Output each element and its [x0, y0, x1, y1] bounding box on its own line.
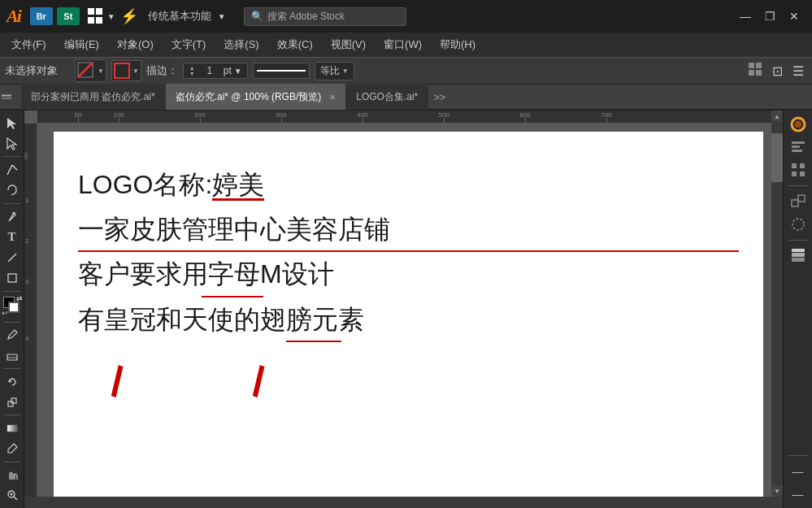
ruler-tick-line-700: [606, 118, 607, 123]
menu-select[interactable]: 选择(S): [215, 35, 267, 54]
stroke-color-selector[interactable]: ▼: [75, 59, 106, 82]
ruler-mark-400: 4: [25, 335, 28, 342]
text-content-3: 客户要求用字母M设计: [78, 259, 334, 289]
panel-separator-2: [788, 240, 808, 241]
fill-stroke-indicator[interactable]: ⇄ ↩: [2, 295, 23, 317]
menu-object[interactable]: 对象(O): [109, 35, 162, 54]
options-right: ⊡ ☰: [745, 60, 807, 81]
svg-rect-26: [792, 141, 805, 144]
search-placeholder: 搜索 Adobe Stock: [267, 10, 345, 24]
pt-up-arrow[interactable]: ▲: [189, 65, 196, 71]
scroll-track-v: [771, 182, 783, 485]
stroke-width-input[interactable]: ▲ ▼ pt ▼: [183, 63, 248, 79]
zoom-tool[interactable]: [2, 486, 23, 505]
select-tool[interactable]: [2, 114, 23, 132]
transform-panel-btn[interactable]: [787, 191, 810, 212]
scroll-up-btn[interactable]: ▲: [771, 111, 783, 122]
magic-wand-tool[interactable]: [2, 160, 23, 179]
pt-spinners[interactable]: ▲ ▼: [189, 65, 196, 76]
history-panel-btn[interactable]: —: [787, 461, 810, 482]
text-line-2: 一家皮肤管理中心美容店铺: [78, 209, 739, 250]
svg-line-11: [8, 254, 16, 262]
toolbar-separator: [4, 156, 20, 157]
pencil-tool[interactable]: [2, 326, 23, 345]
pen-tool[interactable]: [2, 207, 23, 226]
color-panel-btn[interactable]: [787, 114, 810, 135]
eyedropper-tool[interactable]: [2, 440, 23, 458]
workspace-dropdown-btn[interactable]: ▼: [218, 12, 226, 21]
rotate-tool[interactable]: [2, 372, 23, 391]
ruler-tick-line-50: [78, 118, 79, 123]
scroll-down-btn[interactable]: ▼: [771, 485, 783, 497]
hand-tool[interactable]: [2, 466, 23, 484]
properties-icon: [790, 139, 806, 155]
lasso-tool[interactable]: [2, 181, 23, 200]
hamburger-menu-btn[interactable]: ☰: [789, 62, 807, 80]
pt-value-input[interactable]: [198, 65, 221, 76]
align-panel-btn[interactable]: [787, 159, 810, 180]
content-area: T ⇄ ↩: [0, 111, 812, 508]
vertical-scrollbar[interactable]: ▲ ▼: [771, 111, 783, 497]
bridge-icon[interactable]: Br: [30, 7, 53, 25]
close-button[interactable]: ✕: [783, 5, 805, 28]
svg-rect-3: [756, 63, 762, 68]
svg-line-9: [12, 165, 17, 170]
minimize-button[interactable]: —: [734, 5, 757, 28]
magic-wand-icon: [6, 163, 19, 176]
scroll-corner: [771, 497, 783, 508]
toolbar-separator-7: [4, 462, 20, 462]
tab-logo[interactable]: LOGO合集.ai*: [346, 84, 428, 110]
pt-dropdown-btn[interactable]: ▼: [234, 67, 242, 76]
layers-panel-btn[interactable]: [787, 245, 810, 267]
scroll-thumb-v[interactable]: [771, 133, 783, 182]
svg-rect-39: [792, 249, 805, 252]
text-tool[interactable]: T: [2, 228, 23, 246]
panel-collapse-btn[interactable]: [2, 93, 11, 101]
svg-rect-30: [800, 163, 805, 168]
layout-dropdown-btn[interactable]: ▼: [107, 12, 115, 21]
grid-align-icon[interactable]: [745, 60, 766, 81]
ratio-label: 等比: [320, 64, 340, 78]
artboard-content: LOGO名称:婷美 一家皮肤管理中心美容店铺 客户要求用字母M设计: [54, 132, 763, 438]
stroke-label: 描边：: [146, 63, 178, 78]
scale-tool[interactable]: [2, 393, 23, 411]
menu-help[interactable]: 帮助(H): [432, 35, 484, 54]
tab-main-close[interactable]: ✕: [329, 93, 336, 102]
menu-view[interactable]: 视图(V): [323, 35, 374, 54]
stock-icon[interactable]: St: [57, 7, 80, 25]
rect-tool[interactable]: [2, 268, 23, 287]
properties-panel-btn[interactable]: [787, 137, 810, 158]
eraser-tool[interactable]: [2, 346, 23, 365]
appearance-icon: [790, 216, 806, 232]
tab-main[interactable]: 盗仿必究.ai* @ 100% (RGB/预览) ✕: [166, 84, 347, 110]
gradient-tool[interactable]: [2, 419, 23, 437]
ratio-selector[interactable]: 等比 ▼: [315, 62, 354, 80]
grid-view-icon[interactable]: [88, 8, 104, 24]
menu-edit[interactable]: 编辑(E): [56, 35, 107, 54]
menu-window[interactable]: 窗口(W): [376, 35, 430, 54]
restore-button[interactable]: ❐: [758, 5, 781, 28]
menu-text[interactable]: 文字(T): [163, 35, 215, 54]
line-tool[interactable]: [2, 248, 23, 267]
eraser-icon: [6, 349, 19, 362]
tabs-more-btn[interactable]: >>: [428, 91, 450, 103]
stroke-line-style[interactable]: [253, 63, 310, 79]
text-prefix-1: LOGO名称:: [78, 170, 212, 199]
menu-effect[interactable]: 效果(C): [269, 35, 321, 54]
tab-warning[interactable]: 部分案例已商用 盗仿必究.ai*: [21, 84, 166, 110]
fill-color-selector[interactable]: ▼: [111, 60, 141, 81]
toolbar-separator-4: [4, 322, 20, 323]
reset-icon[interactable]: ↩: [2, 309, 8, 317]
search-bar[interactable]: 🔍 搜索 Adobe Stock: [244, 7, 406, 26]
workspace-label: 传统基本功能: [148, 9, 211, 24]
panel-toggle-btn[interactable]: ⊡: [769, 62, 786, 80]
swap-icon[interactable]: ⇄: [16, 295, 23, 302]
hand-icon: [6, 468, 19, 481]
direct-select-tool[interactable]: [2, 134, 23, 153]
appearance-panel-btn[interactable]: [787, 214, 810, 235]
direct-select-icon: [6, 137, 19, 150]
actions-panel-btn[interactable]: —: [787, 484, 810, 505]
horizontal-scrollbar[interactable]: [24, 497, 771, 508]
pt-down-arrow[interactable]: ▼: [189, 71, 196, 76]
menu-file[interactable]: 文件(F): [3, 35, 54, 54]
